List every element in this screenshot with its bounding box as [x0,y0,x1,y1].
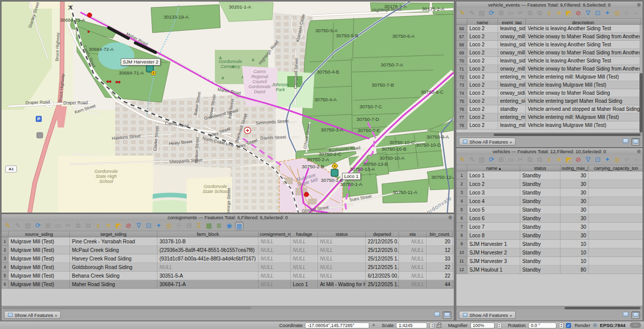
row-number[interactable]: 67 [456,33,467,41]
column-header[interactable]: outing_max_spee [560,165,589,171]
pan-to-selection-icon[interactable]: ✦ [603,156,611,164]
table-cell[interactable]: Loco 1 [291,280,318,289]
table-row[interactable]: 9SJM Harvester 1Standby10 [456,240,642,248]
table-cell[interactable] [589,188,642,197]
table-row[interactable]: 73Loco 2leaving_millVehicle leaving Mulg… [456,81,642,89]
column-header[interactable]: consignment_no [259,231,291,237]
table-cell[interactable]: 20 [427,237,453,246]
coordinate-input[interactable]: -17.08054°,145.77285° [305,322,369,328]
zoom-to-selection-icon[interactable]: ⊡ [594,156,602,164]
table-cell[interactable]: Vehicle entering target Maher Road Sidin… [526,97,641,105]
table-cell[interactable]: entering_mill [498,113,526,121]
table-cell[interactable]: Loco 2 [467,97,498,105]
column-header[interactable]: departed [366,231,399,237]
row-number[interactable]: 9 [456,240,467,248]
table-cell[interactable]: Goldsborough Road Siding [70,263,157,272]
filter-icon[interactable]: ∇ [134,222,143,230]
table-cell[interactable]: NULL [318,272,366,280]
table-cell[interactable]: 30 [560,206,589,214]
close-icon[interactable] [637,148,641,155]
table-cell[interactable]: Loco 2 [467,180,520,188]
table-cell[interactable]: (931d1c87-b00a-441e-88f3-a4d4c6bf7167) [157,254,259,263]
table-row[interactable]: 69Loco 2onway_millVehicle onway to Maher… [456,49,642,57]
table-cell[interactable] [589,171,642,180]
table-cell[interactable]: Loco 2 [467,121,498,129]
table-cell[interactable] [589,180,642,188]
table-cell[interactable]: Vehicle onway to Maher Road Siding from … [526,33,641,41]
table-cell[interactable]: leaving_siding [498,25,526,33]
form-view-toggle[interactable] [433,311,441,319]
column-header[interactable]: status [318,231,366,237]
table-cell[interactable]: Loco 2 [467,49,498,57]
table-cell[interactable]: leaving_mill [498,121,526,129]
table-cell[interactable]: NULL [399,263,427,272]
table-cell[interactable]: Loco 1 [467,171,520,180]
column-header[interactable]: name ▴ [467,165,520,171]
table-cell[interactable]: onway_mill [498,33,526,41]
table-row[interactable]: 5Mulgrave Mill (Test)Behana Creek Siding… [2,272,454,280]
row-number[interactable]: 4 [2,263,9,272]
table-cell[interactable]: Loco 3 [467,188,520,197]
table-cell[interactable]: Vehicle entering mill: Mulgrave Mill (Te… [526,113,641,121]
select-all-icon[interactable]: ≡ [104,222,113,230]
rotation-stepper[interactable]: ▴▾ [559,322,564,328]
table-cell[interactable]: Vehicle is leaving Another Siding Test [526,25,641,33]
select-by-expression-icon[interactable]: ε [545,9,553,18]
column-header[interactable] [2,231,9,237]
table-cell[interactable]: 22 [427,263,453,272]
table-cell[interactable]: entering_mill [498,73,526,81]
table-cell[interactable]: Mulgrave Mill (Test) [9,254,70,263]
table-cell[interactable]: NULL [259,237,291,246]
table-row[interactable]: 6Loco 6Standby30 [456,214,642,223]
table-cell[interactable]: Standby [520,171,560,180]
table-cell[interactable]: Loco 2 [467,81,498,89]
table-cell[interactable]: 10 [560,257,589,266]
table-cell[interactable]: Loco 2 [467,57,498,65]
table-cell[interactable]: Mulgrave Mill (Test) [9,263,70,272]
show-all-features-button[interactable]: Show All Features [459,311,516,319]
select-all-icon[interactable]: ≡ [555,9,563,18]
select-all-icon[interactable]: ≡ [555,156,563,164]
reload-icon[interactable]: ⟳ [488,156,496,164]
row-number[interactable]: 8 [456,231,467,240]
column-header[interactable]: carrying_capacity_ton [589,165,642,171]
table-row[interactable]: 3Loco 3Standby30 [456,188,642,197]
table-cell[interactable]: 22/12/2025 0… [366,237,399,246]
row-number[interactable]: 1 [456,171,467,180]
table-cell[interactable]: Maher Road Siding [70,280,157,289]
table-row[interactable]: 2Mulgrave Mill (Test)McPaul Creek Siding… [2,246,454,254]
table-row[interactable]: 70Loco 2leaving_sidingVehicle is leaving… [456,57,642,65]
zoom-to-selection-icon[interactable]: ⊡ [144,222,153,230]
table-cell[interactable]: NULL [259,263,291,272]
table-row[interactable]: 2Loco 2Standby30 [456,180,642,188]
table-cell[interactable]: standby [498,105,526,113]
table-row[interactable]: 77Loco 2entering_millVehicle entering mi… [456,113,642,121]
deselect-all-icon[interactable]: ⊘ [574,156,582,164]
table-cell[interactable] [589,266,642,274]
table-cell[interactable] [589,240,642,248]
row-number[interactable]: 74 [456,89,467,97]
column-header[interactable]: farm_block [157,231,259,237]
table-cell[interactable]: NULL [399,272,427,280]
field-calculator-icon[interactable]: Σ [195,222,203,230]
table-cell[interactable]: Vehicle is leaving Another Siding Test [526,57,641,65]
table-row[interactable]: 1Loco 1Standby30 [456,171,642,180]
table-cell[interactable]: leaving_siding [498,57,526,65]
row-number[interactable]: 1 [2,237,9,246]
table-cell[interactable]: 25/12/2025 1… [366,280,399,289]
table-cell[interactable]: SJM Harvester 3 [467,257,520,266]
table-cell[interactable]: Standby [520,214,560,223]
mouse-position-icon[interactable]: ⌖ [372,322,375,328]
table-cell[interactable]: NULL [318,254,366,263]
table-cell[interactable]: Loco 7 [467,223,520,231]
table-row[interactable]: 67Loco 2onway_millVehicle onway to Maher… [456,33,642,41]
row-number[interactable]: 6 [456,214,467,223]
table-cell[interactable]: Standby [520,257,560,266]
row-number[interactable]: 3 [456,188,467,197]
table-row[interactable]: 76Loco 2standbyVehicle arrived and stopp… [456,105,642,113]
table-row[interactable]: 12SJM Haulout 1Standby80 [456,266,642,274]
column-header[interactable]: description [526,19,641,25]
table-cell[interactable]: Standby [520,188,560,197]
table-cell[interactable]: NULL [318,237,366,246]
table-row[interactable]: 66Loco 2leaving_sidingVehicle is leaving… [456,25,642,33]
